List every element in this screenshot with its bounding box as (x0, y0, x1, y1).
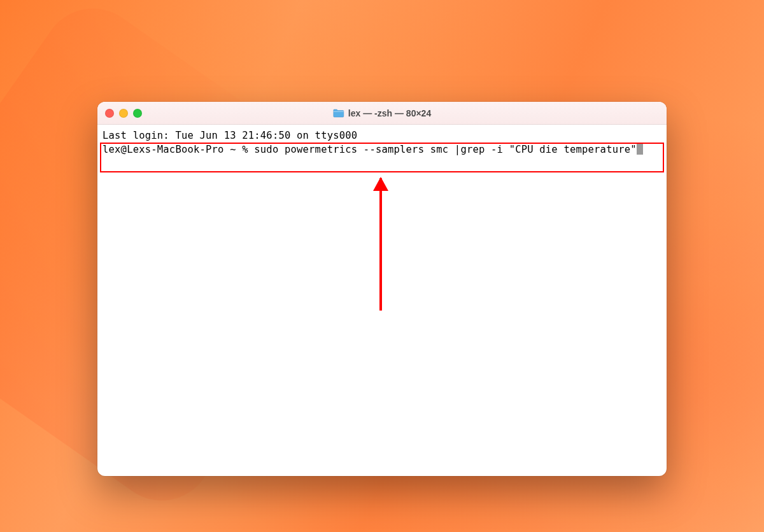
titlebar[interactable]: lex — -zsh — 80×24 (97, 102, 667, 125)
maximize-button[interactable] (133, 109, 142, 118)
window-title: lex — -zsh — 80×24 (348, 108, 431, 118)
window-title-group: lex — -zsh — 80×24 (333, 108, 431, 118)
close-button[interactable] (105, 109, 114, 118)
terminal-window: lex — -zsh — 80×24 Last login: Tue Jun 1… (97, 102, 667, 476)
shell-prompt: lex@Lexs-MacBook-Pro ~ % (103, 144, 254, 155)
command-line: lex@Lexs-MacBook-Pro ~ % sudo powermetri… (103, 143, 661, 157)
terminal-body[interactable]: Last login: Tue Jun 13 21:46:50 on ttys0… (97, 125, 667, 476)
svg-rect-0 (334, 111, 344, 111)
cursor (637, 143, 643, 155)
last-login-line: Last login: Tue Jun 13 21:46:50 on ttys0… (103, 129, 661, 143)
folder-icon (333, 109, 344, 118)
traffic-lights (105, 109, 142, 118)
minimize-button[interactable] (119, 109, 128, 118)
command-text: sudo powermetrics --samplers smc |grep -… (254, 144, 637, 155)
